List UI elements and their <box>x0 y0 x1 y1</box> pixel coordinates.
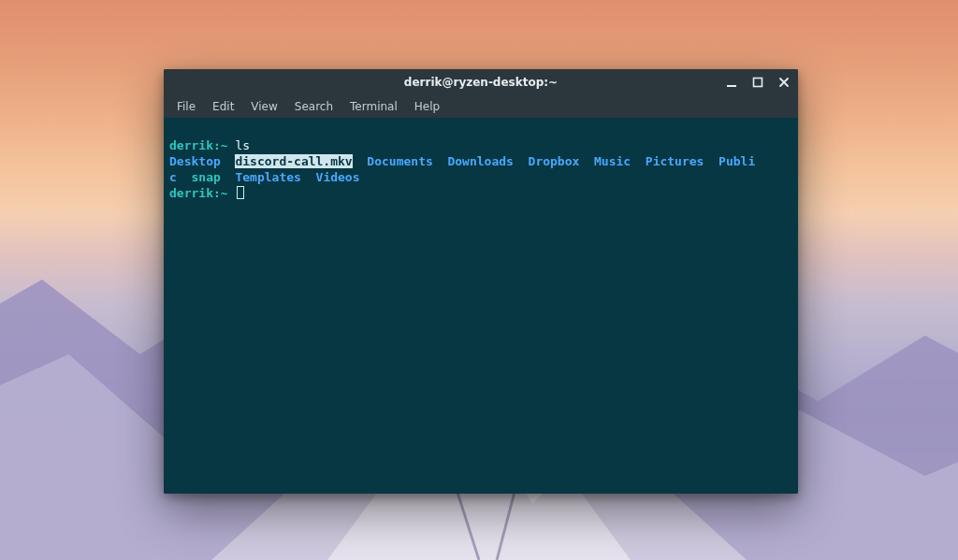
svg-rect-1 <box>754 79 762 87</box>
ls-item: c <box>169 170 177 184</box>
menubar: File Edit View Search Terminal Help <box>164 95 798 118</box>
maximize-button[interactable] <box>749 74 766 91</box>
ls-item: Downloads <box>447 154 513 168</box>
menu-search[interactable]: Search <box>287 98 341 115</box>
ls-item: Videos <box>316 170 360 184</box>
ls-item: Music <box>594 154 631 168</box>
ls-item: Pictures <box>646 154 704 168</box>
ls-item: Templates <box>235 170 300 184</box>
ls-item: Dropbox <box>529 154 580 168</box>
svg-rect-0 <box>727 85 736 87</box>
terminal-window: derrik@ryzen-desktop:~ File Edit View <box>164 69 798 494</box>
ls-item: Desktop <box>169 154 221 168</box>
terminal-body[interactable]: derrik:~ ls Desktop discord-call.mkv Doc… <box>164 118 798 494</box>
command-text: ls <box>235 138 250 152</box>
ls-item: discord-call.mkv <box>235 154 352 168</box>
minimize-icon <box>726 77 737 88</box>
ls-item: Documents <box>367 154 432 168</box>
minimize-button[interactable] <box>723 74 740 91</box>
window-controls <box>723 69 792 95</box>
menu-help[interactable]: Help <box>407 98 447 115</box>
close-icon <box>778 77 790 88</box>
prompt: derrik:~ <box>169 138 228 152</box>
window-title: derrik@ryzen-desktop:~ <box>164 76 798 89</box>
menu-edit[interactable]: Edit <box>205 98 241 115</box>
maximize-icon <box>752 77 763 88</box>
menu-view[interactable]: View <box>243 98 284 115</box>
cursor <box>237 186 244 199</box>
prompt: derrik:~ <box>169 186 228 200</box>
menu-file[interactable]: File <box>169 98 203 115</box>
window-titlebar[interactable]: derrik@ryzen-desktop:~ <box>164 69 798 95</box>
menu-terminal[interactable]: Terminal <box>342 98 405 115</box>
ls-item: Publi <box>718 154 755 168</box>
ls-item: snap <box>191 170 220 184</box>
close-button[interactable] <box>776 74 792 91</box>
